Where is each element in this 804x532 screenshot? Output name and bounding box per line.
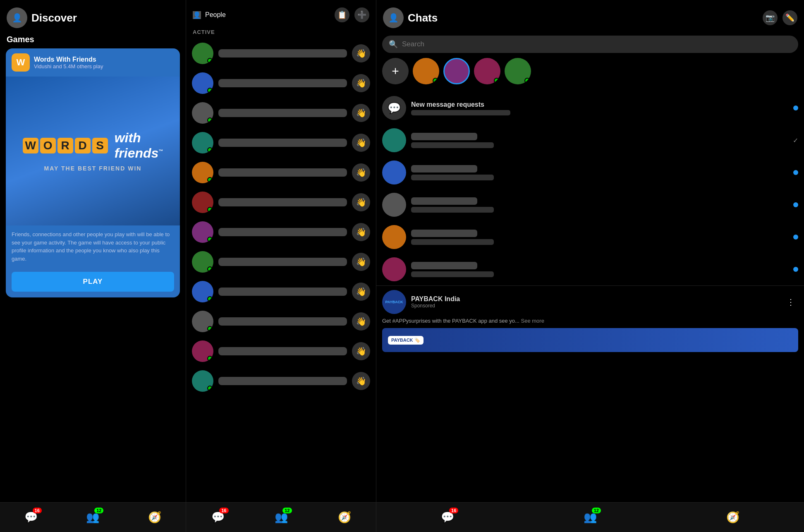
wave-button[interactable]: 👋 <box>352 223 370 241</box>
nav-discover-chats[interactable]: 🧭 <box>721 506 744 529</box>
nav-people-active[interactable]: 👥 12 <box>270 506 293 529</box>
wave-button[interactable]: 👋 <box>352 283 370 301</box>
people-avatar[interactable]: 👤 <box>193 11 201 19</box>
person-avatar <box>192 102 213 124</box>
game-subtitle: Vidushi and 5.4M others play <box>34 63 103 69</box>
add-story-button[interactable]: + <box>382 58 409 84</box>
wave-button[interactable]: 👋 <box>352 44 370 62</box>
wave-button[interactable]: 👋 <box>352 253 370 271</box>
ad-sponsored: Sponsored <box>411 303 778 309</box>
story-item[interactable] <box>505 58 531 86</box>
list-item[interactable]: 👋 <box>186 68 376 98</box>
chat-row[interactable] <box>376 253 804 285</box>
story-item[interactable] <box>413 58 439 86</box>
person-name <box>218 347 347 355</box>
chat-info <box>411 165 788 180</box>
wave-button[interactable]: 👋 <box>352 193 370 211</box>
tile-r: R <box>57 138 73 153</box>
list-item[interactable]: 👋 <box>186 366 376 396</box>
ad-see-more[interactable]: See more <box>521 318 544 324</box>
unread-dot <box>793 235 798 240</box>
wave-button[interactable]: 👋 <box>352 312 370 331</box>
nav-chats-people[interactable]: 💬 16 <box>206 506 230 529</box>
camera-icon[interactable]: 📷 <box>763 10 778 25</box>
chat-preview <box>411 175 494 180</box>
people-badge: 12 <box>282 508 292 513</box>
nav-discover-people[interactable]: 🧭 <box>333 506 356 529</box>
ad-logo: PAYBACK <box>382 290 406 314</box>
words-tiles-row: W O R D S withfriends™ <box>23 130 163 161</box>
play-button[interactable]: PLAY <box>12 272 174 292</box>
search-bar[interactable]: 🔍 <box>382 36 798 53</box>
wave-button[interactable]: 👋 <box>352 104 370 122</box>
unread-dot <box>793 267 798 272</box>
person-name <box>218 198 347 206</box>
nav-people-chats[interactable]: 👥 12 <box>579 506 602 529</box>
people-list: 👋 👋 👋 👋 👋 <box>186 38 376 532</box>
chat-avatar <box>382 193 406 217</box>
list-item[interactable]: 👋 <box>186 217 376 247</box>
discover-title: Discover <box>31 12 179 24</box>
wave-button[interactable]: 👋 <box>352 372 370 390</box>
nav-chats-discover[interactable]: 💬 16 <box>19 506 43 529</box>
chat-preview <box>411 239 494 245</box>
nav-people-discover[interactable]: 👥 12 <box>81 506 104 529</box>
wave-button[interactable]: 👋 <box>352 134 370 152</box>
person-avatar <box>192 221 213 243</box>
ad-text: Get #APPysurprises with the PAYBACK app … <box>382 317 798 325</box>
discover-header: 👤 Discover <box>0 0 186 32</box>
wave-button[interactable]: 👋 <box>352 74 370 92</box>
compose-icon[interactable]: ✏️ <box>782 10 797 25</box>
list-item[interactable]: 👋 <box>186 158 376 187</box>
chat-info: New message requests <box>411 101 788 115</box>
contacts-icon[interactable]: 📋 <box>335 7 349 22</box>
list-item[interactable]: 👋 <box>186 307 376 336</box>
chat-info <box>411 133 788 148</box>
person-name <box>218 79 347 87</box>
story-item[interactable] <box>474 58 500 86</box>
game-card[interactable]: W Words With Friends Vidushi and 5.4M ot… <box>6 48 180 297</box>
person-name <box>218 228 347 236</box>
wave-button[interactable]: 👋 <box>352 163 370 182</box>
ad-row[interactable]: PAYBACK PAYBACK India Sponsored ⋮ Get #A… <box>376 285 804 356</box>
chat-preview <box>411 142 494 148</box>
list-item[interactable]: 👋 <box>186 187 376 217</box>
story-item[interactable] <box>443 58 470 86</box>
wave-button[interactable]: 👋 <box>352 342 370 360</box>
chat-name <box>411 230 477 237</box>
list-item[interactable]: 👋 <box>186 98 376 128</box>
chat-row[interactable]: ✓ <box>376 124 804 156</box>
add-friend-icon[interactable]: ➕ <box>354 7 369 22</box>
ad-banner-logo: PAYBACK 🏷️ <box>388 336 424 345</box>
person-avatar <box>192 132 213 153</box>
list-item[interactable]: 👋 <box>186 336 376 366</box>
chat-row[interactable] <box>376 189 804 221</box>
list-item[interactable]: 👋 <box>186 38 376 68</box>
compass-icon: 🧭 <box>338 511 351 524</box>
list-item[interactable]: 👋 <box>186 277 376 307</box>
chat-row[interactable] <box>376 221 804 253</box>
chat-info <box>411 262 788 277</box>
nav-chats-active[interactable]: 💬 16 <box>436 506 459 529</box>
story-avatar <box>413 58 439 84</box>
stories-row: + <box>376 58 804 92</box>
list-item[interactable]: 👋 <box>186 247 376 277</box>
person-avatar <box>192 43 213 64</box>
chat-row-message-requests[interactable]: 💬 New message requests <box>376 92 804 124</box>
person-name <box>218 109 347 117</box>
tile-o: O <box>40 138 56 153</box>
story-add[interactable]: + <box>382 58 409 86</box>
chat-preview-blurred <box>411 110 510 115</box>
discover-avatar[interactable]: 👤 <box>7 7 27 28</box>
ad-more-icon[interactable]: ⋮ <box>783 295 798 309</box>
discover-content: Games W Words With Friends Vidushi and 5… <box>0 32 186 532</box>
discover-bottom-nav: 💬 16 👥 12 🧭 <box>0 502 186 532</box>
person-name <box>218 258 347 266</box>
list-item[interactable]: 👋 <box>186 128 376 158</box>
unread-dot <box>793 105 798 110</box>
nav-discover-active[interactable]: 🧭 <box>143 506 166 529</box>
chat-row[interactable] <box>376 156 804 189</box>
chats-avatar[interactable]: 👤 <box>383 7 404 28</box>
chats-list: 💬 New message requests ✓ <box>376 92 804 532</box>
search-input[interactable] <box>402 40 792 48</box>
